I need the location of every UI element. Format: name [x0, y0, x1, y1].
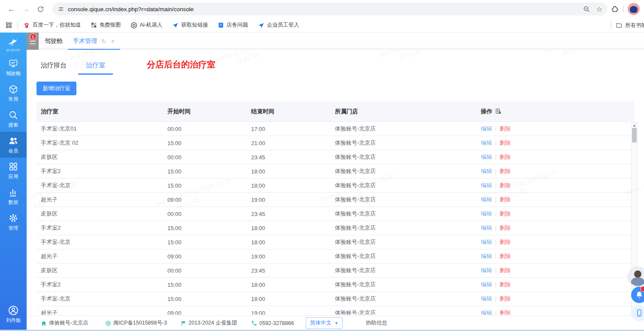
end-time-cell: 18:00: [251, 282, 335, 288]
bookmark-item[interactable]: 免费抠图: [91, 21, 121, 29]
scrollbar-thumb[interactable]: [632, 128, 637, 143]
bookmark-item[interactable]: 店务问题: [218, 21, 248, 29]
scroll-up-icon[interactable]: ▲: [632, 123, 636, 128]
sidebar-item-搜索[interactable]: 搜索: [0, 106, 27, 132]
edit-link[interactable]: 编辑: [481, 281, 492, 288]
delete-link[interactable]: 删除: [499, 182, 510, 188]
end-time-cell: 18:00: [251, 296, 335, 302]
delete-link[interactable]: 删除: [499, 140, 510, 146]
end-time-cell: 18:00: [251, 182, 335, 189]
bookmark-star-icon[interactable]: ☆: [596, 5, 602, 13]
actions-cell: 编辑|删除: [481, 153, 634, 161]
bookmark-label: 企业员工登入: [267, 21, 299, 29]
sidebar-user[interactable]: 刘丹懿: [0, 301, 27, 330]
column-settings-lock-icon[interactable]: [495, 108, 501, 115]
window-tab-label: 手术管理: [73, 37, 97, 45]
language-select[interactable]: 简体中文 ▼: [306, 316, 343, 330]
bookmark-item[interactable]: 百度一下，你就知道: [23, 21, 81, 29]
bookmark-item[interactable]: 获取短链接: [172, 21, 208, 29]
edit-link[interactable]: 编辑: [481, 196, 492, 203]
delete-link[interactable]: 删除: [499, 154, 510, 160]
delete-link[interactable]: 删除: [499, 281, 510, 288]
apps-icon: [8, 161, 18, 172]
sidebar-item-数据[interactable]: 数据: [0, 183, 27, 209]
delete-link[interactable]: 删除: [499, 168, 510, 174]
notification-bell-button[interactable]: [631, 287, 644, 303]
tablet-icon: [635, 309, 644, 317]
delete-link[interactable]: 删除: [499, 295, 510, 302]
profile-avatar[interactable]: [628, 3, 640, 15]
assistant-avatar[interactable]: [629, 267, 644, 286]
edit-link[interactable]: 编辑: [481, 154, 492, 160]
extensions-icon[interactable]: [611, 5, 619, 13]
store-cell: 体验账号-北京店: [335, 224, 481, 232]
delete-link[interactable]: 删除: [499, 267, 510, 273]
edit-link[interactable]: 编辑: [481, 125, 492, 132]
apps-grid-icon[interactable]: [5, 21, 12, 29]
edit-link[interactable]: 编辑: [481, 140, 492, 146]
footer-item: 0592-3278866: [251, 316, 294, 330]
language-label: 简体中文: [310, 319, 331, 327]
window-tab-驾驶舱[interactable]: 驾驶舱: [39, 33, 68, 50]
divider: |: [495, 168, 496, 174]
edit-link[interactable]: 编辑: [481, 295, 492, 302]
watermark: demo-bj 刘丹懿 2024-11-2611:21:45: [541, 50, 621, 62]
help-info-link[interactable]: 协助信息: [366, 316, 387, 330]
zoom-out-icon[interactable]: [583, 6, 590, 13]
tab-refresh-icon[interactable]: ↻: [101, 38, 106, 45]
footer-item: 闽ICP备15015898号-3: [105, 316, 167, 330]
delete-link[interactable]: 删除: [499, 125, 510, 132]
sidebar-item-应用[interactable]: 应用: [0, 158, 27, 183]
edit-link[interactable]: 编辑: [481, 168, 492, 174]
end-time-cell: 18:00: [251, 168, 335, 175]
column-header-label: 结束时间: [251, 108, 274, 115]
table-row: 手术室-北京15:0018:00体验账号-北京店编辑|删除: [36, 292, 634, 306]
start-time-cell: 15:00: [167, 182, 251, 189]
column-header: 开始时间: [167, 108, 251, 115]
delete-link[interactable]: 删除: [499, 310, 510, 315]
page-tab-治疗室[interactable]: 治疗室: [82, 61, 109, 75]
store-cell: 体验账号-北京店: [335, 139, 481, 147]
delete-link[interactable]: 删除: [499, 239, 510, 245]
add-room-button[interactable]: 新增治疗室: [36, 82, 76, 95]
store-cell: 体验账号-北京店: [335, 281, 481, 288]
room-cell: 皮肤区: [36, 210, 167, 218]
page-tab-治疗排台[interactable]: 治疗排台: [36, 61, 71, 75]
reload-button[interactable]: [34, 3, 46, 15]
address-bar[interactable]: console.qique.cn/index.php?r=data/main/c…: [52, 3, 608, 15]
sidebar-item-会员[interactable]: 会员: [0, 132, 27, 158]
tab-close-icon[interactable]: ✕: [111, 38, 115, 44]
start-time-cell: 09:00: [167, 197, 251, 203]
start-time-cell: 00:00: [167, 267, 251, 274]
delete-link[interactable]: 删除: [499, 225, 510, 231]
edit-link[interactable]: 编辑: [481, 210, 492, 217]
forward-button[interactable]: →: [20, 3, 32, 15]
all-bookmarks-label[interactable]: 所有书签: [625, 22, 644, 29]
table-row: 超光子09:0019:00体验账号-北京店编辑|删除: [36, 249, 634, 264]
site-info-icon[interactable]: [58, 6, 64, 12]
sidebar-item-驾驶舱[interactable]: 驾驶舱: [0, 55, 27, 80]
table-row: 手术室215:0018:00体验账号-北京店编辑|删除: [36, 278, 634, 292]
mobile-app-button[interactable]: [631, 305, 644, 321]
edit-link[interactable]: 编辑: [481, 310, 492, 315]
bookmark-item[interactable]: Ai-机器人: [131, 21, 163, 29]
window-tab-手术管理[interactable]: 手术管理↻✕: [68, 33, 120, 50]
footer-item: 2013-2024 企雀集团: [180, 316, 237, 330]
start-time-cell: 00:00: [167, 126, 251, 132]
bookmark-item[interactable]: 企业员工登入: [258, 21, 299, 29]
edit-link[interactable]: 编辑: [481, 253, 492, 259]
edit-link[interactable]: 编辑: [481, 225, 492, 231]
delete-link[interactable]: 删除: [499, 253, 510, 259]
sidebar-item-管理[interactable]: 管理: [0, 209, 27, 235]
url-text[interactable]: console.qique.cn/index.php?r=data/main/c…: [68, 6, 577, 12]
back-button[interactable]: ←: [5, 3, 17, 15]
actions-cell: 编辑|删除: [481, 267, 634, 274]
edit-link[interactable]: 编辑: [481, 182, 492, 188]
delete-link[interactable]: 删除: [499, 196, 510, 203]
edit-link[interactable]: 编辑: [481, 267, 492, 273]
divider: |: [495, 196, 496, 203]
delete-link[interactable]: 删除: [499, 210, 510, 217]
store-cell: 体验账号-北京店: [335, 295, 481, 303]
sidebar-item-常用[interactable]: 常用: [0, 80, 27, 106]
edit-link[interactable]: 编辑: [481, 239, 492, 245]
